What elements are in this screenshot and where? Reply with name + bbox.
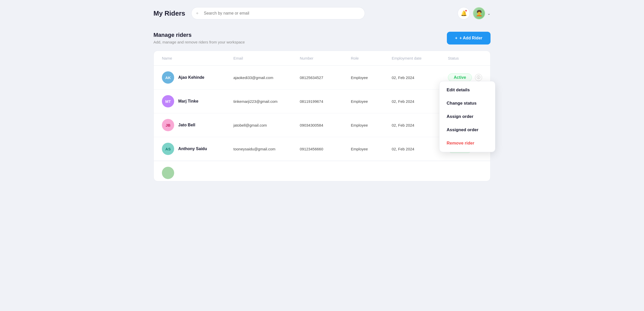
rider-avatar: AK	[162, 71, 174, 84]
col-number: Number	[300, 56, 351, 60]
rider-name: Jato Bell	[178, 123, 195, 127]
rider-employment-date: 02, Feb 2024	[392, 75, 448, 80]
assign-order-item[interactable]: Assign order	[439, 110, 495, 123]
section-title: Manage riders	[153, 32, 245, 38]
rider-name: Ajao Kehinde	[178, 75, 204, 80]
page-title: My Riders	[153, 9, 185, 17]
section-header: Manage riders Add, manage and remove rid…	[153, 25, 491, 51]
rider-role: Employee	[351, 99, 392, 104]
col-status: Status	[448, 56, 494, 60]
rider-avatar	[162, 167, 174, 179]
rider-avatar: JB	[162, 119, 174, 131]
search-input[interactable]	[191, 7, 365, 19]
rider-role: Employee	[351, 75, 392, 80]
section-info: Manage riders Add, manage and remove rid…	[153, 32, 245, 44]
table-header: Name Email Number Role Employment date S…	[154, 51, 490, 66]
search-icon: ⚬	[195, 10, 199, 16]
rider-avatar: AS	[162, 143, 174, 155]
rider-email: tooneysaidu@gmail.com	[233, 147, 300, 151]
rider-name: Anthony Saidu	[178, 147, 207, 151]
rider-status-cell: Active ⓘ Edit details Change status Assi…	[448, 73, 494, 82]
table-row: AK Ajao Kehinde ajaokedi33@gmail.com 081…	[154, 66, 490, 90]
info-icon-button[interactable]: ⓘ	[475, 74, 482, 81]
rider-name: Marj Tinke	[178, 99, 198, 104]
rider-name-cell	[162, 167, 233, 179]
rider-role: Employee	[351, 123, 392, 127]
rider-name-cell: JB Jato Bell	[162, 119, 233, 131]
rider-email: tinkemarji223@gmail.com	[233, 99, 300, 104]
plus-icon: +	[455, 36, 457, 40]
chevron-down-icon: ⌄	[487, 11, 491, 16]
status-badge: Active	[448, 73, 472, 82]
rider-name-cell: AK Ajao Kehinde	[162, 71, 233, 84]
notification-button[interactable]: 🔔	[458, 7, 470, 19]
rider-role: Employee	[351, 147, 392, 151]
add-rider-label: + Add Rider	[459, 36, 482, 40]
rider-number: 09034300584	[300, 123, 351, 127]
col-role: Role	[351, 56, 392, 60]
table-row-partial	[154, 161, 490, 181]
search-bar-container: ⚬	[191, 7, 365, 19]
section-subtitle: Add, manage and remove riders from your …	[153, 40, 245, 44]
col-employment-date: Employment date	[392, 56, 448, 60]
remove-rider-item[interactable]: Remove rider	[439, 137, 495, 150]
riders-table: Name Email Number Role Employment date S…	[153, 51, 491, 181]
assigned-order-item[interactable]: Assigned order	[439, 123, 495, 137]
rider-email: jatobell@gmail.com	[233, 123, 300, 127]
header-actions: 🔔 🧑‍🦱 ⌄	[458, 7, 491, 19]
user-menu[interactable]: 🧑‍🦱 ⌄	[473, 7, 491, 19]
header: My Riders ⚬ 🔔 🧑‍🦱 ⌄	[153, 0, 491, 25]
col-name: Name	[162, 56, 233, 60]
rider-email: ajaokedi33@gmail.com	[233, 75, 300, 80]
change-status-item[interactable]: Change status	[439, 97, 495, 110]
rider-avatar: MT	[162, 95, 174, 107]
rider-name-cell: MT Marj Tinke	[162, 95, 233, 107]
avatar: 🧑‍🦱	[473, 7, 485, 19]
rider-number: 09123456660	[300, 147, 351, 151]
avatar-emoji: 🧑‍🦱	[476, 10, 483, 17]
add-rider-button[interactable]: + + Add Rider	[447, 32, 491, 45]
edit-details-item[interactable]: Edit details	[439, 83, 495, 97]
notification-dot	[465, 9, 467, 12]
context-dropdown: Edit details Change status Assign order …	[439, 81, 495, 152]
rider-number: 08125634527	[300, 75, 351, 80]
rider-name-cell: AS Anthony Saidu	[162, 143, 233, 155]
rider-number: 08119199674	[300, 99, 351, 104]
col-email: Email	[233, 56, 300, 60]
